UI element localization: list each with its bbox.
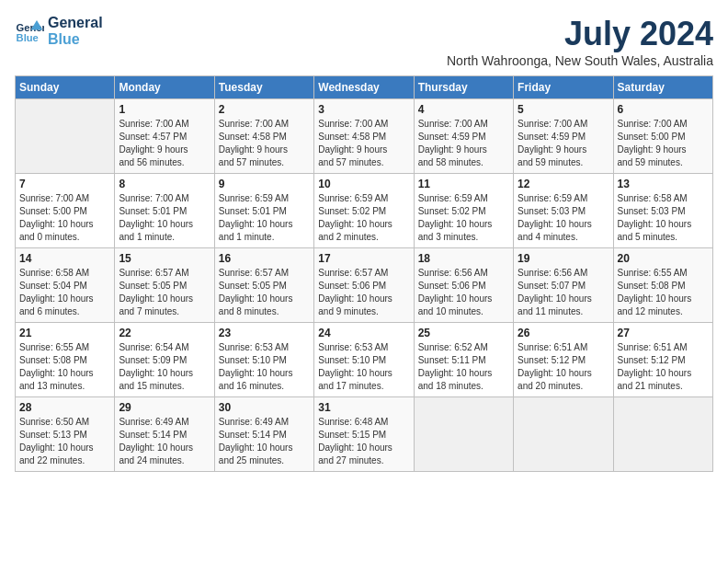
day-info: Sunrise: 6:50 AMSunset: 5:13 PMDaylight:…: [19, 416, 110, 467]
day-header-tuesday: Tuesday: [214, 76, 313, 99]
calendar-cell: 11Sunrise: 6:59 AMSunset: 5:02 PMDayligh…: [414, 174, 513, 248]
day-number: 12: [518, 178, 609, 190]
day-number: 29: [119, 401, 210, 414]
calendar-cell: 12Sunrise: 6:59 AMSunset: 5:03 PMDayligh…: [514, 174, 613, 248]
calendar-cell: [16, 99, 115, 174]
calendar-week-5: 28Sunrise: 6:50 AMSunset: 5:13 PMDayligh…: [16, 397, 713, 472]
calendar-cell: 4Sunrise: 7:00 AMSunset: 4:59 PMDaylight…: [414, 99, 513, 174]
day-number: 21: [19, 327, 110, 339]
day-number: 20: [618, 252, 709, 265]
day-number: 6: [618, 103, 709, 116]
calendar-cell: 14Sunrise: 6:58 AMSunset: 5:04 PMDayligh…: [16, 248, 115, 323]
logo-icon: General Blue: [15, 17, 44, 46]
calendar-week-4: 21Sunrise: 6:55 AMSunset: 5:08 PMDayligh…: [16, 323, 713, 397]
day-number: 8: [119, 178, 210, 190]
calendar-cell: 6Sunrise: 7:00 AMSunset: 5:00 PMDaylight…: [613, 99, 712, 174]
day-number: 17: [318, 252, 409, 265]
day-number: 28: [19, 401, 110, 414]
day-number: 27: [618, 327, 709, 339]
day-number: 30: [219, 401, 310, 414]
calendar-cell: [414, 397, 513, 472]
calendar-cell: 20Sunrise: 6:55 AMSunset: 5:08 PMDayligh…: [613, 248, 712, 323]
day-info: Sunrise: 7:00 AMSunset: 4:59 PMDaylight:…: [518, 118, 609, 169]
calendar-cell: 28Sunrise: 6:50 AMSunset: 5:13 PMDayligh…: [16, 397, 115, 472]
day-info: Sunrise: 6:52 AMSunset: 5:11 PMDaylight:…: [418, 341, 509, 393]
day-number: 31: [318, 401, 409, 414]
day-info: Sunrise: 7:00 AMSunset: 5:00 PMDaylight:…: [618, 118, 709, 169]
day-info: Sunrise: 6:59 AMSunset: 5:01 PMDaylight:…: [219, 192, 310, 244]
day-number: 1: [119, 103, 210, 116]
day-info: Sunrise: 6:54 AMSunset: 5:09 PMDaylight:…: [119, 341, 210, 393]
day-number: 2: [219, 103, 310, 116]
day-header-monday: Monday: [115, 76, 214, 99]
day-number: 24: [318, 327, 409, 339]
calendar-table: SundayMondayTuesdayWednesdayThursdayFrid…: [15, 75, 713, 472]
day-number: 5: [518, 103, 609, 116]
calendar-cell: 27Sunrise: 6:51 AMSunset: 5:12 PMDayligh…: [613, 323, 712, 397]
calendar-cell: 31Sunrise: 6:48 AMSunset: 5:15 PMDayligh…: [314, 397, 414, 472]
calendar-cell: 3Sunrise: 7:00 AMSunset: 4:58 PMDaylight…: [314, 99, 414, 174]
logo-general: General: [48, 15, 103, 31]
calendar-week-1: 1Sunrise: 7:00 AMSunset: 4:57 PMDaylight…: [16, 99, 713, 174]
day-number: 4: [418, 103, 509, 116]
day-info: Sunrise: 6:57 AMSunset: 5:06 PMDaylight:…: [318, 267, 409, 318]
day-info: Sunrise: 6:49 AMSunset: 5:14 PMDaylight:…: [219, 416, 310, 467]
day-header-wednesday: Wednesday: [314, 76, 414, 99]
day-info: Sunrise: 6:53 AMSunset: 5:10 PMDaylight:…: [219, 341, 310, 393]
day-info: Sunrise: 7:00 AMSunset: 4:58 PMDaylight:…: [318, 118, 409, 169]
calendar-cell: 17Sunrise: 6:57 AMSunset: 5:06 PMDayligh…: [314, 248, 414, 323]
calendar-cell: 15Sunrise: 6:57 AMSunset: 5:05 PMDayligh…: [115, 248, 214, 323]
page-header: General Blue General Blue July 2024 Nort…: [15, 15, 713, 68]
logo: General Blue General Blue: [15, 15, 103, 48]
day-info: Sunrise: 7:00 AMSunset: 5:01 PMDaylight:…: [119, 192, 210, 244]
day-info: Sunrise: 7:00 AMSunset: 4:58 PMDaylight:…: [219, 118, 310, 169]
day-number: 10: [318, 178, 409, 190]
calendar-week-2: 7Sunrise: 7:00 AMSunset: 5:00 PMDaylight…: [16, 174, 713, 248]
day-info: Sunrise: 6:56 AMSunset: 5:06 PMDaylight:…: [418, 267, 509, 318]
calendar-cell: 23Sunrise: 6:53 AMSunset: 5:10 PMDayligh…: [214, 323, 313, 397]
calendar-cell: 24Sunrise: 6:53 AMSunset: 5:10 PMDayligh…: [314, 323, 414, 397]
day-info: Sunrise: 6:51 AMSunset: 5:12 PMDaylight:…: [518, 341, 609, 393]
calendar-cell: 30Sunrise: 6:49 AMSunset: 5:14 PMDayligh…: [214, 397, 313, 472]
day-info: Sunrise: 6:51 AMSunset: 5:12 PMDaylight:…: [618, 341, 709, 393]
calendar-cell: 1Sunrise: 7:00 AMSunset: 4:57 PMDaylight…: [115, 99, 214, 174]
day-info: Sunrise: 7:00 AMSunset: 5:00 PMDaylight:…: [19, 192, 110, 244]
calendar-cell: 25Sunrise: 6:52 AMSunset: 5:11 PMDayligh…: [414, 323, 513, 397]
calendar-header-row: SundayMondayTuesdayWednesdayThursdayFrid…: [16, 76, 713, 99]
calendar-body: 1Sunrise: 7:00 AMSunset: 4:57 PMDaylight…: [16, 99, 713, 472]
day-number: 18: [418, 252, 509, 265]
calendar-cell: 22Sunrise: 6:54 AMSunset: 5:09 PMDayligh…: [115, 323, 214, 397]
day-number: 16: [219, 252, 310, 265]
location-title: North Wahroonga, New South Wales, Austra…: [447, 53, 713, 68]
day-header-sunday: Sunday: [16, 76, 115, 99]
day-number: 11: [418, 178, 509, 190]
svg-text:Blue: Blue: [17, 32, 39, 43]
calendar-cell: 5Sunrise: 7:00 AMSunset: 4:59 PMDaylight…: [514, 99, 613, 174]
calendar-cell: 26Sunrise: 6:51 AMSunset: 5:12 PMDayligh…: [514, 323, 613, 397]
calendar-cell: [514, 397, 613, 472]
day-info: Sunrise: 6:58 AMSunset: 5:03 PMDaylight:…: [618, 192, 709, 244]
calendar-cell: 9Sunrise: 6:59 AMSunset: 5:01 PMDaylight…: [214, 174, 313, 248]
day-info: Sunrise: 6:56 AMSunset: 5:07 PMDaylight:…: [518, 267, 609, 318]
day-info: Sunrise: 7:00 AMSunset: 4:57 PMDaylight:…: [119, 118, 210, 169]
calendar-cell: 19Sunrise: 6:56 AMSunset: 5:07 PMDayligh…: [514, 248, 613, 323]
calendar-cell: 7Sunrise: 7:00 AMSunset: 5:00 PMDaylight…: [16, 174, 115, 248]
day-info: Sunrise: 6:57 AMSunset: 5:05 PMDaylight:…: [119, 267, 210, 318]
day-number: 14: [19, 252, 110, 265]
day-number: 26: [518, 327, 609, 339]
month-title: July 2024: [447, 15, 713, 53]
day-number: 25: [418, 327, 509, 339]
day-number: 15: [119, 252, 210, 265]
logo-blue: Blue: [48, 31, 103, 48]
day-info: Sunrise: 6:59 AMSunset: 5:02 PMDaylight:…: [418, 192, 509, 244]
day-info: Sunrise: 6:59 AMSunset: 5:03 PMDaylight:…: [518, 192, 609, 244]
day-info: Sunrise: 6:48 AMSunset: 5:15 PMDaylight:…: [318, 416, 409, 467]
day-header-friday: Friday: [514, 76, 613, 99]
calendar-cell: 21Sunrise: 6:55 AMSunset: 5:08 PMDayligh…: [16, 323, 115, 397]
calendar-cell: 8Sunrise: 7:00 AMSunset: 5:01 PMDaylight…: [115, 174, 214, 248]
calendar-cell: 10Sunrise: 6:59 AMSunset: 5:02 PMDayligh…: [314, 174, 414, 248]
calendar-cell: 2Sunrise: 7:00 AMSunset: 4:58 PMDaylight…: [214, 99, 313, 174]
day-number: 19: [518, 252, 609, 265]
day-number: 7: [19, 178, 110, 190]
day-number: 3: [318, 103, 409, 116]
